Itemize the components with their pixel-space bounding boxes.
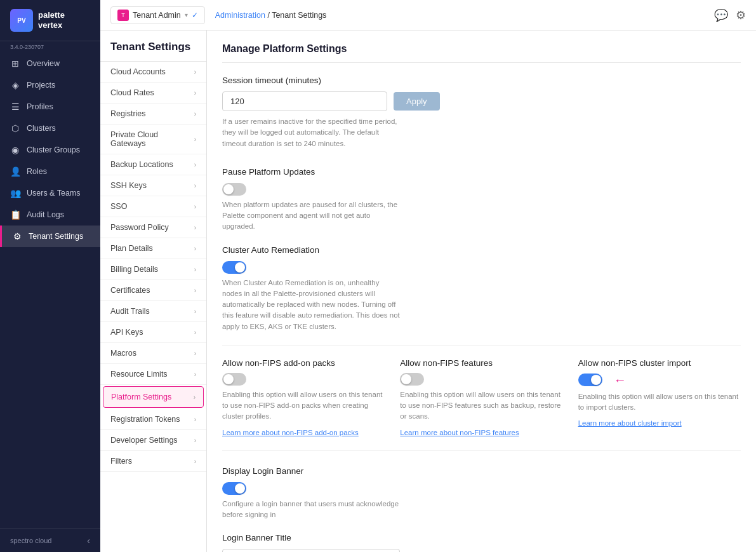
nav-clusters[interactable]: ⬡ Clusters <box>0 118 100 139</box>
cluster-auto-remediation-toggle-wrapper <box>222 261 741 274</box>
session-timeout-input[interactable] <box>222 91 387 111</box>
login-banner-title-input[interactable] <box>222 549 400 552</box>
nav-audit-logs[interactable]: 📋 Audit Logs <box>0 204 100 226</box>
main-area: T Tenant Admin ▾ ✓ Administration / Tena… <box>100 0 756 552</box>
topbar: T Tenant Admin ▾ ✓ Administration / Tena… <box>100 0 756 30</box>
session-timeout-section: Session timeout (minutes) Apply If a use… <box>222 76 741 149</box>
cluster-groups-icon: ◉ <box>10 145 20 155</box>
chat-icon[interactable]: 💬 <box>714 8 728 22</box>
non-fips-addons-link[interactable]: Learn more about non-FIPS add-on packs <box>222 429 359 436</box>
cluster-auto-remediation-toggle[interactable] <box>222 261 246 274</box>
breadcrumb-parent[interactable]: Administration <box>215 11 265 20</box>
collapse-button[interactable]: ‹ <box>87 535 90 546</box>
tenant-icon: T <box>117 10 129 21</box>
pause-platform-hint: When platform updates are paused for all… <box>222 199 400 232</box>
nav-projects[interactable]: ◈ Projects <box>0 74 100 96</box>
settings-audit-trails[interactable]: Audit Trails › <box>100 301 206 322</box>
settings-sso[interactable]: SSO › <box>100 196 206 217</box>
non-fips-addons-toggle-wrapper <box>222 373 385 386</box>
settings-sidebar: Tenant Settings Cloud Accounts › Cloud R… <box>100 30 207 552</box>
cluster-auto-remediation-section: Cluster Auto Remediation When Cluster Au… <box>222 245 741 332</box>
pause-platform-toggle[interactable] <box>222 183 246 196</box>
settings-developer-settings[interactable]: Developer Settings › <box>100 430 206 451</box>
chevron-icon: › <box>194 329 196 336</box>
projects-icon: ◈ <box>10 80 20 90</box>
settings-macros[interactable]: Macros › <box>100 343 206 364</box>
nav-cluster-groups[interactable]: ◉ Cluster Groups <box>0 139 100 161</box>
settings-cloud-accounts[interactable]: Cloud Accounts › <box>100 62 206 83</box>
settings-registries[interactable]: Registries › <box>100 104 206 125</box>
pause-platform-label: Pause Platform Updates <box>222 167 741 177</box>
chevron-icon: › <box>194 90 196 97</box>
nav-clusters-label: Clusters <box>27 124 56 133</box>
non-fips-features-toggle-wrapper <box>400 373 562 386</box>
chevron-icon: › <box>194 245 196 252</box>
settings-cloud-rates[interactable]: Cloud Rates › <box>100 83 206 104</box>
nav-tenant-settings[interactable]: ⚙ Tenant Settings <box>0 226 100 247</box>
non-fips-features-title: Allow non-FIPS features <box>400 358 562 368</box>
breadcrumb-current: Tenant Settings <box>272 11 326 20</box>
non-fips-features-toggle[interactable] <box>400 373 424 386</box>
chevron-icon: › <box>194 394 196 401</box>
chevron-icon: › <box>194 69 196 76</box>
settings-platform-settings[interactable]: Platform Settings › <box>103 386 204 408</box>
non-fips-features-link[interactable]: Learn more about non-FIPS features <box>400 429 519 436</box>
non-fips-features-hint: Enabling this option will allow users on… <box>400 389 562 422</box>
tenant-selector[interactable]: T Tenant Admin ▾ ✓ <box>110 6 205 24</box>
chevron-icon: › <box>194 266 196 273</box>
display-login-banner-hint: Configure a login banner that users must… <box>222 499 400 521</box>
settings-filters[interactable]: Filters › <box>100 451 206 472</box>
chevron-icon: › <box>194 308 196 315</box>
chevron-icon: › <box>194 224 196 231</box>
audit-logs-icon: 📋 <box>10 210 20 220</box>
content-area: Tenant Settings Cloud Accounts › Cloud R… <box>100 30 756 552</box>
non-fips-cluster-import-link[interactable]: Learn more about cluster import <box>578 419 682 427</box>
logo-text1: palette <box>38 10 65 20</box>
settings-billing-details[interactable]: Billing Details › <box>100 259 206 280</box>
settings-certificates[interactable]: Certificates › <box>100 280 206 301</box>
non-fips-cluster-import-toggle[interactable] <box>578 374 602 386</box>
settings-icon[interactable]: ⚙ <box>736 8 746 22</box>
nav-users-teams[interactable]: 👥 Users & Teams <box>0 182 100 204</box>
chevron-icon: › <box>194 437 196 444</box>
nav-tenant-settings-label: Tenant Settings <box>29 232 83 241</box>
settings-backup-locations[interactable]: Backup Locations › <box>100 154 206 175</box>
nav-roles[interactable]: 👤 Roles <box>0 161 100 182</box>
pause-toggle-wrapper <box>222 183 741 196</box>
login-banner-title-label: Login Banner Title <box>222 533 741 542</box>
overview-icon: ⊞ <box>10 58 20 69</box>
settings-plan-details[interactable]: Plan Details › <box>100 238 206 259</box>
display-login-banner-label: Display Login Banner <box>222 466 741 476</box>
settings-ssh-keys[interactable]: SSH Keys › <box>100 175 206 196</box>
cluster-auto-remediation-label: Cluster Auto Remediation <box>222 245 741 255</box>
chevron-icon: › <box>194 161 196 168</box>
users-teams-icon: 👥 <box>10 188 20 198</box>
non-fips-addons-toggle[interactable] <box>222 373 246 386</box>
display-login-banner-toggle[interactable] <box>222 482 246 495</box>
breadcrumb: Administration / Tenant Settings <box>215 11 327 20</box>
manage-platform-title: Manage Platform Settings <box>222 43 741 63</box>
clusters-icon: ⬡ <box>10 123 20 133</box>
settings-password-policy[interactable]: Password Policy › <box>100 217 206 238</box>
cluster-auto-remediation-hint: When Cluster Auto Remediation is on, unh… <box>222 278 400 332</box>
login-banner-title-section: Login Banner Title <box>222 533 741 552</box>
version-label: 3.4.0-230707 <box>0 41 100 53</box>
settings-resource-limits[interactable]: Resource Limits › <box>100 364 206 385</box>
arrow-indicator: ← <box>614 373 627 387</box>
settings-registration-tokens[interactable]: Registration Tokens › <box>100 409 206 430</box>
nav-projects-label: Projects <box>27 81 55 90</box>
apply-button[interactable]: Apply <box>394 92 440 111</box>
topbar-actions: 💬 ⚙ <box>714 8 746 22</box>
nav-profiles[interactable]: ☰ Profiles <box>0 96 100 118</box>
settings-api-keys[interactable]: API Keys › <box>100 322 206 343</box>
non-fips-addons-section: Allow non-FIPS add-on packs Enabling thi… <box>222 358 385 438</box>
nav-overview[interactable]: ⊞ Overview <box>0 53 100 74</box>
sidebar: PV palette vertex 3.4.0-230707 ⊞ Overvie… <box>0 0 100 552</box>
tenant-check-icon: ✓ <box>192 11 198 20</box>
non-fips-cluster-import-title: Allow non-FIPS cluster import <box>578 358 741 368</box>
non-fips-features-section: Allow non-FIPS features Enabling this op… <box>400 358 562 438</box>
chevron-icon: › <box>194 182 196 189</box>
nav-users-teams-label: Users & Teams <box>27 189 81 198</box>
display-login-banner-section: Display Login Banner Configure a login b… <box>222 466 741 521</box>
settings-private-cloud-gateways[interactable]: Private Cloud Gateways › <box>100 125 206 154</box>
